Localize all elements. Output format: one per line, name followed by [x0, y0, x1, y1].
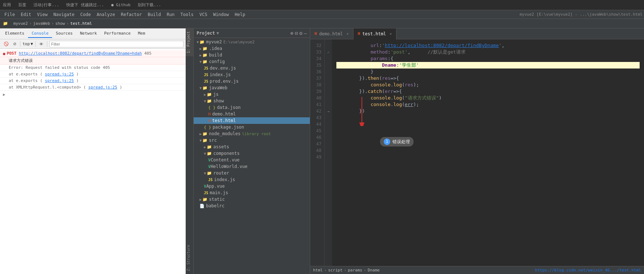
tree-prod-env[interactable]: JS prod.env.js — [194, 78, 310, 85]
expand-row[interactable]: ▶ — [0, 91, 186, 98]
annotation-bubble: 1 错误处理 — [380, 137, 414, 146]
tree-app-vue[interactable]: V App.vue — [194, 183, 310, 189]
menu-help[interactable]: Help — [232, 11, 248, 18]
menu-build[interactable]: Build — [145, 11, 164, 18]
tree-components[interactable]: ▼ 📁 components — [194, 150, 310, 157]
folder-icon: 📁 — [207, 145, 212, 149]
sidebar-tab-structure[interactable]: Z: Structure — [186, 242, 193, 274]
breadcrumb-show[interactable]: show — [55, 21, 65, 26]
menu-refactor[interactable]: Refactor — [118, 11, 145, 18]
console-filter-toggle[interactable]: ⊘ — [12, 41, 18, 47]
sidebar-tab-project[interactable]: 1: Project — [186, 28, 193, 56]
file-icon: 📄 — [199, 204, 205, 208]
stack-link-3[interactable]: spread.js:25 — [88, 85, 117, 90]
code-line-44 — [336, 121, 640, 128]
tree-main-js[interactable]: JS main.js — [194, 189, 310, 196]
stack-link-2[interactable]: spread.js:25 — [45, 78, 74, 83]
tree-js-folder[interactable]: ▶ 📁 js — [194, 91, 310, 98]
vue-file-icon: V — [208, 164, 211, 169]
editor-tab-test[interactable]: H test.html ✕ — [353, 28, 397, 39]
tree-static[interactable]: ▶ 📁 static — [194, 196, 310, 203]
top-selector[interactable]: top ▼ — [23, 42, 33, 46]
menu-window[interactable]: Window — [210, 11, 232, 18]
collapse-all-icon[interactable]: ⊟ — [295, 30, 298, 36]
tab-network[interactable]: Network — [76, 30, 100, 38]
menu-run[interactable]: Run — [164, 11, 178, 18]
json-file-icon: { } — [204, 125, 211, 130]
sync-icon[interactable]: ⊕ — [290, 30, 293, 36]
filter-input[interactable] — [50, 41, 184, 47]
js-file-icon: JS — [204, 79, 208, 83]
tree-router-index[interactable]: JS index.js — [194, 176, 310, 183]
folder-icon: 📁 — [207, 92, 212, 97]
menu-navigate[interactable]: Navigate — [51, 11, 78, 18]
tab-close-demo[interactable]: ✕ — [347, 32, 349, 36]
breadcrumb-icon: 📁 — [3, 21, 8, 26]
tab-close-test[interactable]: ✕ — [390, 32, 392, 36]
menu-view[interactable]: View — [34, 11, 51, 18]
error-code: 405 — [144, 51, 151, 56]
stack-link-1[interactable]: spread.js:25 — [45, 72, 74, 77]
code-content[interactable]: url:'http://localhost:8082/depart/findBy… — [332, 39, 644, 266]
tab-console[interactable]: Console — [28, 30, 52, 38]
tree-assets[interactable]: ▶ 📁 assets — [194, 144, 310, 150]
annotation-arrow — [351, 97, 373, 126]
folder-icon: 📁 — [202, 197, 208, 202]
tree-config[interactable]: ▼ 📁 config — [194, 58, 310, 65]
tree-show-folder[interactable]: ▼ 📁 show — [194, 98, 310, 104]
breadcrumb-javaweb[interactable]: javaWeb — [33, 21, 50, 26]
tree-content-vue[interactable]: V Content.vue — [194, 157, 310, 163]
tree-router[interactable]: ▼ 📁 router — [194, 170, 310, 176]
menu-tools[interactable]: Tools — [178, 11, 197, 18]
tab-elements[interactable]: Elements — [1, 30, 28, 38]
tree-node-modules[interactable]: ▶ 📁 node_modules library root — [194, 130, 310, 137]
devtools-tabs: Elements Console Sources Network Perform… — [0, 28, 186, 39]
clear-console-button[interactable]: 🚫 — [2, 41, 10, 47]
tab-performance[interactable]: Performance — [100, 30, 134, 38]
tree-build[interactable]: ▶ 📁 build — [194, 52, 310, 58]
minimize-icon[interactable]: — — [304, 30, 307, 36]
tree-root[interactable]: ▼ 📁 myvue2 E:\vue\myvue2 — [194, 39, 310, 45]
tree-javaweb[interactable]: ▼ 📁 javaWeb — [194, 85, 310, 91]
tree-data-json[interactable]: { } data.json — [194, 104, 310, 111]
status-right-url[interactable]: https://blog.csdn.net/weixin_46.../test.… — [535, 268, 641, 273]
menu-edit[interactable]: Edit — [18, 11, 34, 18]
title-bar-right: myvue2 [E:\vue\myvue2] - ...\javaWeb\sho… — [519, 12, 643, 17]
vue-file-icon: V — [208, 158, 211, 163]
eye-button[interactable]: 👁 — [38, 41, 45, 47]
settings-icon[interactable]: ⚙ — [299, 30, 302, 36]
tree-demo-html[interactable]: H demo.html — [194, 111, 310, 117]
devtools-panel: Elements Console Sources Network Perform… — [0, 28, 186, 274]
tree-src[interactable]: ▼ 📁 src — [194, 137, 310, 144]
js-file-icon: JS — [204, 66, 208, 70]
method-label: POST — [7, 51, 17, 56]
menu-analyze[interactable]: Analyze — [94, 11, 118, 18]
url-link[interactable]: http://localhost:8082/depart/findByDname — [385, 43, 499, 48]
tree-dev-env[interactable]: JS dev.env.js — [194, 65, 310, 71]
tree-index-js[interactable]: JS index.js — [194, 71, 310, 78]
code-line-40: console.log("请求方式错误") — [336, 95, 640, 101]
menu-code[interactable]: Code — [78, 11, 94, 18]
menu-file[interactable]: File — [1, 11, 18, 18]
editor-tab-demo[interactable]: H demo.html ✕ — [310, 28, 353, 39]
menu-vcs[interactable]: VCS — [197, 11, 210, 18]
tab-sources[interactable]: Sources — [52, 30, 76, 38]
bc-dname: Dname — [368, 268, 380, 273]
stack-trace-4: at XMLHttpRequest.l.<computed> ( spread.… — [0, 84, 186, 91]
error-text-entry: 请求方式错误 — [0, 57, 186, 64]
gutter: ✓ → — [325, 39, 332, 266]
error-icon: ● — [3, 51, 5, 56]
breadcrumb-root[interactable]: myvue2 — [13, 21, 28, 26]
annotation-text: 错误处理 — [392, 138, 410, 145]
tree-test-html[interactable]: H test.html — [194, 117, 310, 124]
tree-package-json[interactable]: { } package.json — [194, 124, 310, 130]
menu-bar: File Edit View Navigate Code Analyze Ref… — [0, 10, 644, 19]
editor-tabs: H demo.html ✕ H test.html ✕ — [310, 28, 644, 39]
breadcrumb-file[interactable]: test.html — [70, 21, 92, 26]
error-url[interactable]: http://localhost:8082/depart/findByDname… — [19, 51, 142, 56]
tab-memory[interactable]: Mem — [134, 30, 149, 38]
console-error-entry: ● POST http://localhost:8082/depart/find… — [0, 50, 186, 57]
tree-helloworld-vue[interactable]: V HelloWorld.vue — [194, 163, 310, 170]
tree-idea[interactable]: ▶ 📁 .idea — [194, 45, 310, 52]
tree-babelrc[interactable]: 📄 babelrc — [194, 203, 310, 209]
